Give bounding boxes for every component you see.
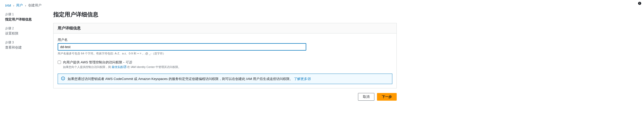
breadcrumb-users[interactable]: 用户 [16,3,23,8]
step-title: 查看和创建 [5,45,46,50]
username-label: 用户名 [58,38,392,42]
next-button[interactable]: 下一步 [377,93,397,101]
username-input[interactable] [58,43,306,51]
step-2[interactable]: 步骤 2 设置权限 [5,26,46,36]
cancel-button[interactable]: 取消 [358,93,374,101]
step-title: 指定用户详细信息 [5,17,46,22]
chevron-right-icon: › [13,4,14,7]
breadcrumb-current: 创建用户 [28,3,42,8]
best-practice-link[interactable]: 最佳实践 [112,65,126,68]
step-title: 设置权限 [5,31,46,36]
learn-more-link[interactable]: 了解更多 [294,77,311,81]
info-icon [61,76,65,81]
main-content: 指定用户详细信息 用户详细信息 用户名 用户名最多可包含 64 个字符。有效字符… [53,11,397,101]
step-label: 步骤 2 [5,26,46,31]
breadcrumb: IAM › 用户 › 创建用户 [5,3,639,8]
step-label: 步骤 1 [5,12,46,17]
breadcrumb-iam[interactable]: IAM [5,4,11,7]
page-title: 指定用户详细信息 [53,11,397,18]
user-details-panel: 用户详细信息 用户名 用户名最多可包含 64 个字符。有效字符包括: A-Z、a… [53,23,397,88]
footer-actions: 取消 下一步 [53,93,397,101]
username-help: 用户名最多可包含 64 个字符。有效字符包括: A-Z、a-z、0-9 和 + … [58,52,392,55]
panel-header: 用户详细信息 [54,23,396,33]
svg-point-2 [63,77,63,78]
wizard-steps: 步骤 1 指定用户详细信息 步骤 2 设置权限 步骤 3 查看和创建 [5,11,46,101]
chevron-right-icon: › [25,4,26,7]
step-3[interactable]: 步骤 3 查看和创建 [5,40,46,50]
console-access-help: 如果您向个人提供控制台访问权限，则 最佳实践 在 IAM Identity Ce… [63,65,181,69]
external-link-icon [308,77,311,81]
info-text: 如果您通过访问密钥或者 AWS CodeCommit 或 Amazon Keys… [68,77,311,81]
info-box: 如果您通过访问密钥或者 AWS CodeCommit 或 Amazon Keys… [58,74,392,84]
step-label: 步骤 3 [5,40,46,45]
external-link-icon [124,65,126,69]
step-1[interactable]: 步骤 1 指定用户详细信息 [5,12,46,22]
console-access-label: 向用户提供 AWS 管理控制台的访问权限 - 可选 [63,60,181,65]
info-circle-icon[interactable] [638,2,641,6]
svg-point-5 [639,2,640,3]
svg-rect-4 [639,3,640,4]
console-access-checkbox[interactable] [58,61,61,64]
